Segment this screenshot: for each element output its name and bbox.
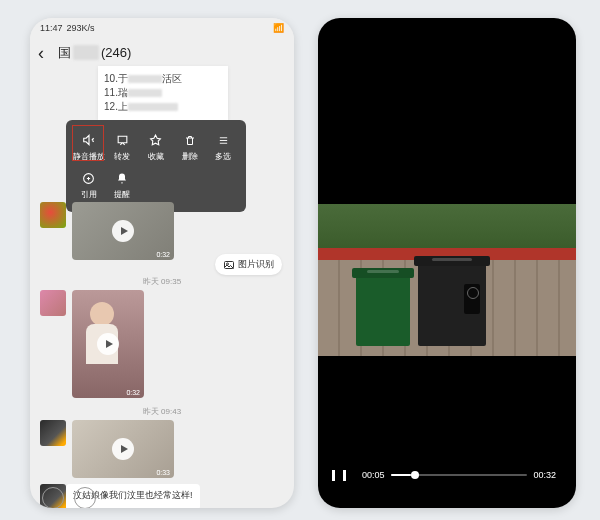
mute-icon — [81, 132, 97, 148]
menu-mute[interactable]: 静音播放 — [72, 128, 106, 166]
play-icon — [112, 220, 134, 242]
avatar[interactable] — [40, 202, 66, 228]
forward-icon — [114, 132, 130, 148]
scene-bin-green — [356, 276, 410, 346]
message-video: 0:32 — [40, 202, 180, 260]
menu-fav[interactable]: 收藏 — [139, 128, 173, 166]
video-duration: 0:33 — [156, 469, 170, 476]
scene-bin-black — [418, 264, 486, 346]
context-menu: 静音播放 转发 收藏 删除 多选 引用 提醒 — [66, 120, 246, 212]
image-recognition-chip[interactable]: 图片识别 — [215, 254, 282, 275]
seek-bar[interactable] — [391, 474, 528, 476]
status-time: 11:47 — [40, 23, 63, 33]
video-bubble[interactable]: 0:33 — [72, 420, 174, 478]
list-item: 11.瑞 — [104, 86, 218, 100]
video-duration: 0:32 — [156, 251, 170, 258]
player-controls: 00:05 00:32 — [318, 460, 576, 490]
avatar[interactable] — [40, 420, 66, 446]
chat-screen: 11:47 293K/s 📶 ‹ 国xxxx(246) 10.于活区 11.瑞 … — [30, 18, 294, 508]
signal-icon: 📶 — [273, 23, 284, 33]
pinned-list: 10.于活区 11.瑞 12.上 — [98, 66, 228, 120]
voice-button[interactable] — [42, 487, 64, 508]
image-icon — [223, 259, 235, 271]
emoji-button[interactable] — [74, 487, 96, 508]
avatar[interactable] — [40, 290, 66, 316]
time-current: 00:05 — [362, 470, 385, 480]
chat-header: ‹ 国xxxx(246) — [30, 38, 294, 68]
menu-quote[interactable]: 引用 — [72, 166, 106, 204]
message-video: 0:33 — [40, 420, 180, 478]
menu-multi[interactable]: 多选 — [206, 128, 240, 166]
timestamp: 昨天 09:35 — [30, 276, 294, 287]
list-item: 10.于活区 — [104, 72, 218, 86]
message-video: 0:32 — [40, 290, 150, 398]
fav-icon — [148, 132, 164, 148]
video-bubble[interactable]: 0:32 — [72, 202, 174, 260]
multi-icon — [215, 132, 231, 148]
pause-button[interactable] — [332, 470, 346, 481]
menu-forward[interactable]: 转发 — [106, 128, 140, 166]
input-bar — [30, 488, 294, 508]
video-frame[interactable] — [318, 204, 576, 356]
back-icon[interactable]: ‹ — [38, 43, 58, 64]
video-player-screen: 00:05 00:32 — [318, 18, 576, 508]
scene-hedge — [318, 204, 576, 252]
video-duration: 0:32 — [126, 389, 140, 396]
play-icon — [97, 333, 119, 355]
menu-remind[interactable]: 提醒 — [106, 166, 140, 204]
list-item: 12.上 — [104, 100, 218, 114]
quote-icon — [81, 170, 97, 186]
menu-delete[interactable]: 删除 — [173, 128, 207, 166]
status-bar: 11:47 293K/s 📶 — [30, 18, 294, 38]
trash-icon — [182, 132, 198, 148]
play-icon — [112, 438, 134, 460]
timestamp: 昨天 09:43 — [30, 406, 294, 417]
status-net: 293K/s — [67, 23, 95, 33]
time-total: 00:32 — [533, 470, 556, 480]
bell-icon — [114, 170, 130, 186]
video-bubble[interactable]: 0:32 — [72, 290, 144, 398]
chat-title[interactable]: 国xxxx(246) — [58, 44, 131, 62]
